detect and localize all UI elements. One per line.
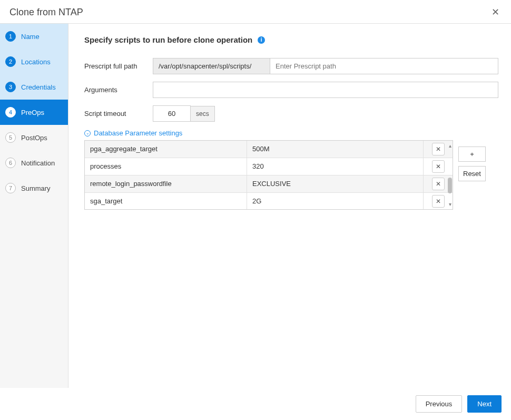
arguments-input[interactable] xyxy=(153,82,498,98)
page-title-text: Specify scripts to run before clone oper… xyxy=(84,35,252,44)
previous-button[interactable]: Previous xyxy=(416,395,463,413)
param-row: pga_aggregate_target 500M ✕ xyxy=(85,141,453,158)
param-name[interactable]: processes xyxy=(85,158,247,175)
main-content: Specify scripts to run before clone oper… xyxy=(68,24,511,396)
delete-row-icon[interactable]: ✕ xyxy=(432,160,445,173)
next-button[interactable]: Next xyxy=(467,395,502,413)
prescript-path-input[interactable] xyxy=(270,58,498,74)
param-table: pga_aggregate_target 500M ✕ processes 32… xyxy=(84,140,453,210)
timeout-input[interactable] xyxy=(153,105,191,122)
dialog-header: Clone from NTAP ✕ xyxy=(0,0,511,24)
db-param-label: Database Parameter settings xyxy=(94,129,182,137)
wizard-sidebar: 1 Name 2 Locations 3 Credentials 4 PreOp… xyxy=(0,24,68,396)
step-label: PostOps xyxy=(21,134,47,142)
step-number: 1 xyxy=(5,31,16,42)
param-name[interactable]: remote_login_passwordfile xyxy=(85,175,247,192)
step-label: Notification xyxy=(21,159,55,167)
param-value[interactable]: 320 xyxy=(247,158,424,175)
dialog-title: Clone from NTAP xyxy=(9,7,83,18)
delete-row-icon[interactable]: ✕ xyxy=(432,143,445,155)
reset-params-button[interactable]: Reset xyxy=(458,166,486,181)
sidebar-step-summary[interactable]: 7 Summary xyxy=(0,175,68,201)
sidebar-step-credentials[interactable]: 3 Credentials xyxy=(0,74,68,100)
chevron-down-icon: ⌄ xyxy=(84,130,91,136)
param-action: ✕ xyxy=(424,141,453,158)
dialog-body: 1 Name 2 Locations 3 Credentials 4 PreOp… xyxy=(0,24,511,396)
step-number: 4 xyxy=(5,107,16,118)
secs-label: secs xyxy=(191,106,215,122)
step-label: Summary xyxy=(21,184,51,192)
param-action: ✕ xyxy=(424,158,453,175)
close-icon[interactable]: ✕ xyxy=(489,6,502,18)
step-label: PreOps xyxy=(21,109,44,116)
label-prescript: Prescript full path xyxy=(84,62,153,70)
param-row: processes 320 ✕ xyxy=(85,158,453,175)
scroll-down-icon[interactable]: ▾ xyxy=(449,201,451,207)
param-value[interactable]: EXCLUSIVE xyxy=(247,175,424,192)
step-label: Credentials xyxy=(21,83,56,91)
param-side-buttons: + Reset xyxy=(458,146,486,181)
row-prescript: Prescript full path /var/opt/snapcenter/… xyxy=(84,58,498,74)
param-action: ✕ xyxy=(424,193,453,209)
step-number: 3 xyxy=(5,82,16,92)
db-param-toggle[interactable]: ⌄ Database Parameter settings xyxy=(84,129,498,137)
param-area: pga_aggregate_target 500M ✕ processes 32… xyxy=(84,140,498,210)
step-label: Name xyxy=(21,33,40,41)
param-row: remote_login_passwordfile EXCLUSIVE ✕ xyxy=(85,175,453,193)
info-icon[interactable]: i xyxy=(258,36,265,44)
delete-row-icon[interactable]: ✕ xyxy=(432,195,445,208)
step-number: 2 xyxy=(5,56,16,67)
sidebar-step-postops[interactable]: 5 PostOps xyxy=(0,125,68,150)
sidebar-step-preops[interactable]: 4 PreOps xyxy=(0,100,68,125)
label-arguments: Arguments xyxy=(84,86,153,94)
sidebar-step-notification[interactable]: 6 Notification xyxy=(0,150,68,175)
scrollbar-thumb[interactable] xyxy=(448,178,452,193)
step-number: 7 xyxy=(5,183,16,193)
add-param-button[interactable]: + xyxy=(458,146,486,162)
step-number: 5 xyxy=(5,132,16,143)
sidebar-step-locations[interactable]: 2 Locations xyxy=(0,49,68,74)
prescript-prefix: /var/opt/snapcenter/spl/scripts/ xyxy=(153,58,270,74)
row-timeout: Script timeout secs xyxy=(84,105,498,122)
delete-row-icon[interactable]: ✕ xyxy=(432,178,445,190)
param-scroll: pga_aggregate_target 500M ✕ processes 32… xyxy=(85,141,453,209)
step-number: 6 xyxy=(5,158,16,168)
label-timeout: Script timeout xyxy=(84,110,153,118)
param-value[interactable]: 500M xyxy=(247,141,424,158)
scroll-up-icon[interactable]: ▴ xyxy=(449,143,451,149)
page-title: Specify scripts to run before clone oper… xyxy=(84,35,498,44)
param-name[interactable]: pga_aggregate_target xyxy=(85,141,247,158)
param-value[interactable]: 2G xyxy=(247,193,424,209)
sidebar-step-name[interactable]: 1 Name xyxy=(0,24,68,49)
param-row: sga_target 2G ✕ xyxy=(85,193,453,209)
param-name[interactable]: sga_target xyxy=(85,193,247,209)
step-label: Locations xyxy=(21,58,51,66)
dialog-footer: Previous Next xyxy=(0,388,511,420)
row-arguments: Arguments xyxy=(84,82,498,98)
